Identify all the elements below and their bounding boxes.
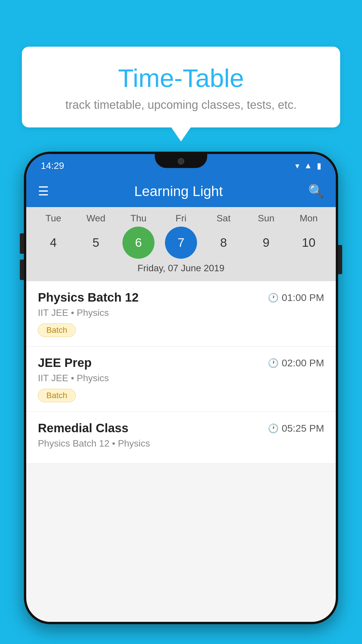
day-headers: Tue Wed Thu Fri Sat Sun Mon	[26, 213, 336, 224]
item-3-time: 🕐 05:25 PM	[268, 423, 324, 434]
day-header-tue: Tue	[36, 213, 71, 224]
phone-screen: 14:29 ▾ ▲ ▮ ☰ Learning Light 🔍 Tue Wed T…	[26, 154, 336, 622]
day-4[interactable]: 4	[37, 227, 69, 259]
power-button[interactable]	[338, 245, 342, 274]
status-time: 14:29	[41, 160, 64, 171]
wifi-icon: ▾	[295, 161, 299, 171]
item-2-badge: Batch	[38, 389, 76, 402]
day-header-mon: Mon	[291, 213, 326, 224]
schedule-item-2[interactable]: JEE Prep 🕐 02:00 PM IIT JEE • Physics Ba…	[26, 346, 336, 412]
schedule-item-3[interactable]: Remedial Class 🕐 05:25 PM Physics Batch …	[26, 412, 336, 464]
volume-up-button[interactable]	[20, 233, 24, 254]
item-1-title: Physics Batch 12	[38, 290, 139, 304]
bubble-subtitle: track timetable, upcoming classes, tests…	[36, 98, 326, 111]
front-camera	[178, 158, 184, 164]
day-header-wed: Wed	[78, 213, 113, 224]
phone-frame: 14:29 ▾ ▲ ▮ ☰ Learning Light 🔍 Tue Wed T…	[24, 152, 338, 624]
app-title: Learning Light	[58, 183, 299, 199]
battery-icon: ▮	[317, 161, 321, 171]
calendar-strip: Tue Wed Thu Fri Sat Sun Mon 4 5 6 7 8 9 …	[26, 207, 336, 281]
schedule-item-3-header: Remedial Class 🕐 05:25 PM	[38, 421, 324, 435]
day-7-selected[interactable]: 7	[165, 227, 197, 259]
day-8[interactable]: 8	[208, 227, 240, 259]
clock-icon-1: 🕐	[268, 293, 279, 303]
app-bar: ☰ Learning Light 🔍	[26, 175, 336, 207]
item-2-title: JEE Prep	[38, 356, 92, 370]
clock-icon-2: 🕐	[268, 358, 279, 368]
search-icon[interactable]: 🔍	[308, 183, 324, 199]
schedule-item-2-header: JEE Prep 🕐 02:00 PM	[38, 356, 324, 370]
day-header-sat: Sat	[206, 213, 241, 224]
day-header-fri: Fri	[164, 213, 198, 224]
item-3-subtitle: Physics Batch 12 • Physics	[38, 438, 324, 449]
schedule-item-1[interactable]: Physics Batch 12 🕐 01:00 PM IIT JEE • Ph…	[26, 281, 336, 346]
hamburger-icon[interactable]: ☰	[38, 184, 49, 198]
day-header-thu: Thu	[121, 213, 156, 224]
schedule-list: Physics Batch 12 🕐 01:00 PM IIT JEE • Ph…	[26, 281, 336, 464]
item-1-time: 🕐 01:00 PM	[268, 292, 324, 303]
item-2-time: 🕐 02:00 PM	[268, 357, 324, 369]
day-header-sun: Sun	[249, 213, 284, 224]
day-6-today[interactable]: 6	[122, 227, 154, 259]
item-1-badge: Batch	[38, 323, 76, 337]
signal-icon: ▲	[304, 161, 312, 170]
day-numbers: 4 5 6 7 8 9 10	[26, 227, 336, 259]
day-10[interactable]: 10	[293, 227, 325, 259]
phone-notch	[155, 154, 207, 168]
speech-bubble-container: Time-Table track timetable, upcoming cla…	[22, 47, 340, 127]
speech-bubble: Time-Table track timetable, upcoming cla…	[22, 47, 340, 127]
status-icons: ▾ ▲ ▮	[295, 161, 321, 171]
bubble-title: Time-Table	[36, 64, 326, 92]
day-9[interactable]: 9	[250, 227, 282, 259]
item-3-title: Remedial Class	[38, 421, 129, 435]
item-1-subtitle: IIT JEE • Physics	[38, 307, 324, 318]
day-5[interactable]: 5	[80, 227, 112, 259]
clock-icon-3: 🕐	[268, 423, 279, 433]
selected-date: Friday, 07 June 2019	[26, 259, 336, 278]
phone-container: 14:29 ▾ ▲ ▮ ☰ Learning Light 🔍 Tue Wed T…	[24, 152, 338, 644]
item-2-subtitle: IIT JEE • Physics	[38, 373, 324, 384]
schedule-item-1-header: Physics Batch 12 🕐 01:00 PM	[38, 290, 324, 304]
volume-down-button[interactable]	[20, 260, 24, 280]
